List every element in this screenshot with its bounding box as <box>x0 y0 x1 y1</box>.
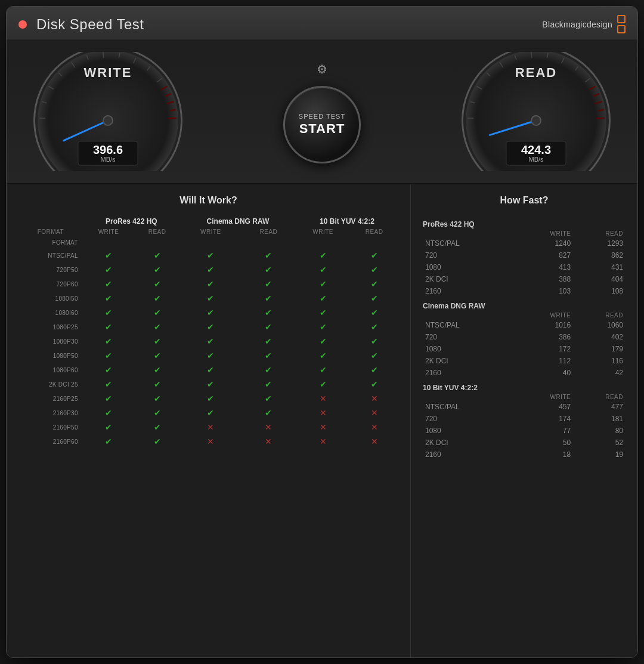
check-cell: ✔ <box>350 262 398 277</box>
check-cell: ✔ <box>83 262 135 277</box>
check-cell: ✔ <box>242 377 296 391</box>
check-icon: ✔ <box>154 294 161 303</box>
check-cell: ✔ <box>180 391 242 406</box>
table-row: 2160p25✔✔✔✔✕✕ <box>18 391 398 406</box>
check-cell: ✔ <box>242 262 296 277</box>
list-item: 2160103108 <box>423 285 626 297</box>
check-cell: ✔ <box>83 277 135 291</box>
check-icon: ✔ <box>154 408 161 418</box>
check-cell: ✔ <box>83 406 135 420</box>
write-value: 112 <box>514 355 573 367</box>
check-icon: ✔ <box>320 294 327 303</box>
app-title: Disk Speed Test <box>36 16 144 33</box>
check-cell: ✔ <box>180 363 242 377</box>
check-cell: ✔ <box>83 348 135 363</box>
write-value: 386 <box>514 331 573 343</box>
check-icon: ✔ <box>265 336 272 346</box>
read-value: 179 <box>573 343 626 355</box>
col-header-cell: READ <box>573 393 626 401</box>
check-cell: ✔ <box>350 248 398 262</box>
format-cell: 2160p30 <box>18 406 83 420</box>
check-cell: ✔ <box>350 291 398 305</box>
check-icon: ✔ <box>371 322 378 332</box>
yuv-write-header: WRITE <box>296 227 350 237</box>
list-item: 2K DCI388404 <box>423 273 626 285</box>
close-button[interactable]: × <box>18 20 27 29</box>
table-row: 1080i60✔✔✔✔✔✔ <box>18 305 398 320</box>
settings-button[interactable]: ⚙ <box>314 60 330 79</box>
list-item: 10807780 <box>423 425 626 437</box>
read-value: 477 <box>573 401 626 413</box>
empty-header <box>18 215 83 227</box>
check-cell: ✔ <box>134 434 180 449</box>
write-value: 103 <box>514 285 573 297</box>
check-icon: ✔ <box>207 379 214 389</box>
will-it-work-table: ProRes 422 HQ Cinema DNG RAW 10 Bit YUV … <box>18 215 398 449</box>
check-icon: ✔ <box>105 394 112 403</box>
list-item: 720386402 <box>423 331 626 343</box>
col-header-row: WRITEREAD <box>423 311 626 319</box>
cross-icon: ✕ <box>320 408 327 418</box>
format-col-header: FORMAT <box>18 227 83 237</box>
svg-line-6 <box>170 110 176 111</box>
cross-icon: ✕ <box>320 422 327 432</box>
check-icon: ✔ <box>371 365 378 375</box>
row-label: 1080 <box>423 343 514 355</box>
check-icon: ✔ <box>105 437 112 446</box>
check-cell: ✔ <box>350 277 398 291</box>
check-icon: ✔ <box>105 251 112 260</box>
check-icon: ✔ <box>265 379 272 389</box>
row-label: 720 <box>423 249 514 261</box>
col-header-cell <box>423 311 514 319</box>
format-cell: NTSC/PAL <box>18 248 83 262</box>
check-icon: ✔ <box>265 251 272 260</box>
col-header-cell: READ <box>573 230 626 237</box>
data-section: Will It Work? ProRes 422 HQ Cinema DNG R… <box>7 184 637 657</box>
check-icon: ✔ <box>207 365 214 375</box>
check-icon: ✔ <box>371 351 378 360</box>
check-cell: ✔ <box>83 305 135 320</box>
check-icon: ✔ <box>105 422 112 432</box>
start-button[interactable]: SPEED TEST START <box>283 86 361 163</box>
section-name: 10 Bit YUV 4:2:2 <box>423 379 626 393</box>
prores-read-header: READ <box>134 227 180 237</box>
check-icon: ✔ <box>320 308 327 317</box>
check-icon: ✔ <box>154 251 161 260</box>
write-value: 1016 <box>514 319 573 331</box>
check-icon: ✔ <box>207 322 214 332</box>
will-it-work-title: Will It Work? <box>18 195 398 206</box>
how-fast-panel: How Fast? ProRes 422 HQWRITEREADNTSC/PAL… <box>411 184 637 657</box>
cross-icon: ✕ <box>320 394 327 403</box>
check-cell: ✔ <box>134 248 180 262</box>
check-icon: ✔ <box>320 365 327 375</box>
col-header-cell: READ <box>573 311 626 319</box>
write-value: 77 <box>514 425 573 437</box>
dng-read-header: READ <box>242 227 296 237</box>
check-icon: ✔ <box>154 322 161 332</box>
cross-icon: ✕ <box>320 437 327 446</box>
write-value: 174 <box>514 413 573 425</box>
check-icon: ✔ <box>154 279 161 289</box>
write-gauge-display: 396.6 MB/s WRITE <box>24 52 191 171</box>
check-icon: ✔ <box>207 265 214 274</box>
cross-icon: ✕ <box>371 422 378 432</box>
check-cell: ✔ <box>134 262 180 277</box>
check-cell: ✔ <box>83 363 135 377</box>
section-name: Cinema DNG RAW <box>423 297 626 311</box>
check-cell: ✔ <box>83 391 135 406</box>
check-cell: ✔ <box>180 262 242 277</box>
check-cell: ✔ <box>180 277 242 291</box>
check-cell: ✔ <box>296 277 350 291</box>
check-icon: ✔ <box>105 294 112 303</box>
check-icon: ✔ <box>265 408 272 418</box>
format-cell: 2160p50 <box>18 420 83 434</box>
svg-text:396.6: 396.6 <box>93 143 123 156</box>
check-icon: ✔ <box>265 279 272 289</box>
check-icon: ✔ <box>105 322 112 332</box>
check-cell: ✔ <box>134 377 180 391</box>
check-cell: ✔ <box>134 391 180 406</box>
check-icon: ✔ <box>105 336 112 346</box>
check-cell: ✔ <box>296 248 350 262</box>
section-name: ProRes 422 HQ <box>423 215 626 230</box>
check-cell: ✔ <box>350 377 398 391</box>
